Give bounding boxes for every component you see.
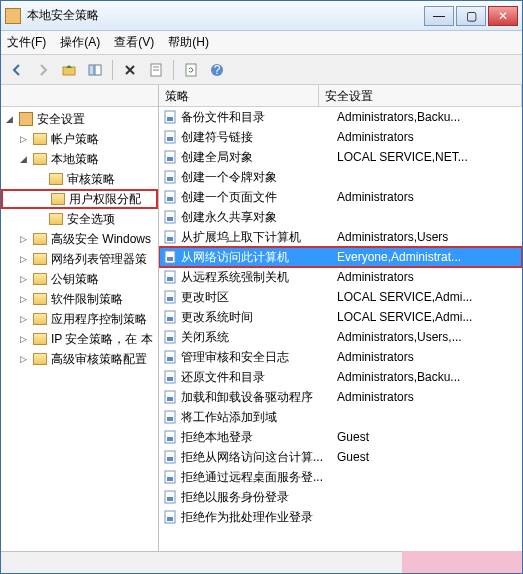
col-header-policy[interactable]: 策略 — [159, 85, 319, 106]
list-row[interactable]: 拒绝本地登录Guest — [159, 427, 522, 447]
tree-node[interactable]: 用户权限分配 — [1, 189, 158, 209]
list-row[interactable]: 创建符号链接Administrators — [159, 127, 522, 147]
policy-icon — [163, 450, 177, 464]
tree-header — [1, 85, 158, 107]
cell-security: Administrators — [337, 390, 522, 404]
tree-node[interactable]: ▷高级审核策略配置 — [1, 349, 158, 369]
list-row[interactable]: 管理审核和安全日志Administrators — [159, 347, 522, 367]
help-button[interactable]: ? — [205, 58, 229, 82]
svg-rect-14 — [167, 157, 173, 161]
tree-node[interactable]: 安全选项 — [1, 209, 158, 229]
folder-icon — [49, 173, 63, 185]
tree-label: IP 安全策略，在 本 — [51, 331, 153, 348]
list-row[interactable]: 更改时区LOCAL SERVICE,Admi... — [159, 287, 522, 307]
svg-rect-6 — [186, 64, 196, 76]
expander-icon[interactable]: ◢ — [3, 113, 15, 125]
expander-icon[interactable]: ▷ — [17, 313, 29, 325]
svg-rect-16 — [167, 177, 173, 181]
expander-icon[interactable]: ◢ — [17, 153, 29, 165]
svg-rect-12 — [167, 137, 173, 141]
list-row[interactable]: 创建一个令牌对象 — [159, 167, 522, 187]
properties-button[interactable] — [144, 58, 168, 82]
folder-icon — [33, 273, 47, 285]
toolbar: ? — [1, 55, 522, 85]
policy-icon — [163, 310, 177, 324]
list-row[interactable]: 拒绝通过远程桌面服务登... — [159, 467, 522, 487]
menu-action[interactable]: 操作(A) — [60, 34, 100, 51]
policy-icon — [163, 470, 177, 484]
svg-rect-46 — [167, 477, 173, 481]
tree-node[interactable]: ▷IP 安全策略，在 本 — [1, 329, 158, 349]
list-row[interactable]: 创建永久共享对象 — [159, 207, 522, 227]
refresh-button[interactable] — [179, 58, 203, 82]
expander-icon[interactable] — [33, 213, 45, 225]
list-row[interactable]: 拒绝从网络访问这台计算...Guest — [159, 447, 522, 467]
expander-icon[interactable]: ▷ — [17, 233, 29, 245]
expander-icon[interactable] — [33, 173, 45, 185]
expander-icon[interactable]: ▷ — [17, 133, 29, 145]
tree-node[interactable]: ▷公钥策略 — [1, 269, 158, 289]
folder-icon — [33, 153, 47, 165]
list-row[interactable]: 备份文件和目录Administrators,Backu... — [159, 107, 522, 127]
folder-icon — [33, 233, 47, 245]
expander-icon[interactable]: ▷ — [17, 293, 29, 305]
tree-label: 软件限制策略 — [51, 291, 123, 308]
tree-node[interactable]: ▷帐户策略 — [1, 129, 158, 149]
up-button[interactable] — [57, 58, 81, 82]
tree-node[interactable]: ▷应用程序控制策略 — [1, 309, 158, 329]
expander-icon[interactable] — [35, 193, 47, 205]
titlebar: 本地安全策略 — ▢ ✕ — [1, 1, 522, 31]
list-row[interactable]: 更改系统时间LOCAL SERVICE,Admi... — [159, 307, 522, 327]
cell-security: Administrators,Backu... — [337, 110, 522, 124]
cell-policy: 从网络访问此计算机 — [181, 249, 337, 266]
svg-rect-22 — [167, 237, 173, 241]
list-row[interactable]: 从扩展坞上取下计算机Administrators,Users — [159, 227, 522, 247]
folder-icon — [51, 193, 65, 205]
folder-icon — [33, 353, 47, 365]
cell-policy: 拒绝从网络访问这台计算... — [181, 449, 337, 466]
expander-icon[interactable]: ▷ — [17, 333, 29, 345]
cell-policy: 创建符号链接 — [181, 129, 337, 146]
tree-node[interactable]: 审核策略 — [1, 169, 158, 189]
cell-policy: 将工作站添加到域 — [181, 409, 337, 426]
tree-label: 审核策略 — [67, 171, 115, 188]
menu-help[interactable]: 帮助(H) — [168, 34, 209, 51]
list-panel: 策略 安全设置 备份文件和目录Administrators,Backu...创建… — [159, 85, 522, 551]
list-row[interactable]: 将工作站添加到域 — [159, 407, 522, 427]
svg-rect-32 — [167, 337, 173, 341]
close-button[interactable]: ✕ — [488, 6, 518, 26]
list-row[interactable]: 从网络访问此计算机Everyone,Administrat... — [159, 247, 522, 267]
folder-icon — [33, 313, 47, 325]
svg-rect-42 — [167, 437, 173, 441]
col-header-security[interactable]: 安全设置 — [319, 85, 522, 106]
tree-node[interactable]: ◢本地策略 — [1, 149, 158, 169]
list-row[interactable]: 从远程系统强制关机Administrators — [159, 267, 522, 287]
expander-icon[interactable]: ▷ — [17, 353, 29, 365]
tree-node[interactable]: ◢安全设置 — [1, 109, 158, 129]
folder-icon — [33, 253, 47, 265]
expander-icon[interactable]: ▷ — [17, 273, 29, 285]
delete-button[interactable] — [118, 58, 142, 82]
tree-node[interactable]: ▷软件限制策略 — [1, 289, 158, 309]
list-row[interactable]: 拒绝以服务身份登录 — [159, 487, 522, 507]
menu-file[interactable]: 文件(F) — [7, 34, 46, 51]
svg-rect-36 — [167, 377, 173, 381]
back-button[interactable] — [5, 58, 29, 82]
maximize-button[interactable]: ▢ — [456, 6, 486, 26]
list-row[interactable]: 还原文件和目录Administrators,Backu... — [159, 367, 522, 387]
forward-button[interactable] — [31, 58, 55, 82]
list-row[interactable]: 创建一个页面文件Administrators — [159, 187, 522, 207]
list-row[interactable]: 加载和卸载设备驱动程序Administrators — [159, 387, 522, 407]
expander-icon[interactable]: ▷ — [17, 253, 29, 265]
policy-icon — [163, 130, 177, 144]
menu-view[interactable]: 查看(V) — [114, 34, 154, 51]
cell-security: Administrators,Users — [337, 230, 522, 244]
cell-policy: 拒绝以服务身份登录 — [181, 489, 337, 506]
tree-node[interactable]: ▷高级安全 Windows — [1, 229, 158, 249]
list-row[interactable]: 创建全局对象LOCAL SERVICE,NET... — [159, 147, 522, 167]
show-hide-tree-button[interactable] — [83, 58, 107, 82]
tree-node[interactable]: ▷网络列表管理器策 — [1, 249, 158, 269]
list-row[interactable]: 关闭系统Administrators,Users,... — [159, 327, 522, 347]
list-row[interactable]: 拒绝作为批处理作业登录 — [159, 507, 522, 527]
minimize-button[interactable]: — — [424, 6, 454, 26]
